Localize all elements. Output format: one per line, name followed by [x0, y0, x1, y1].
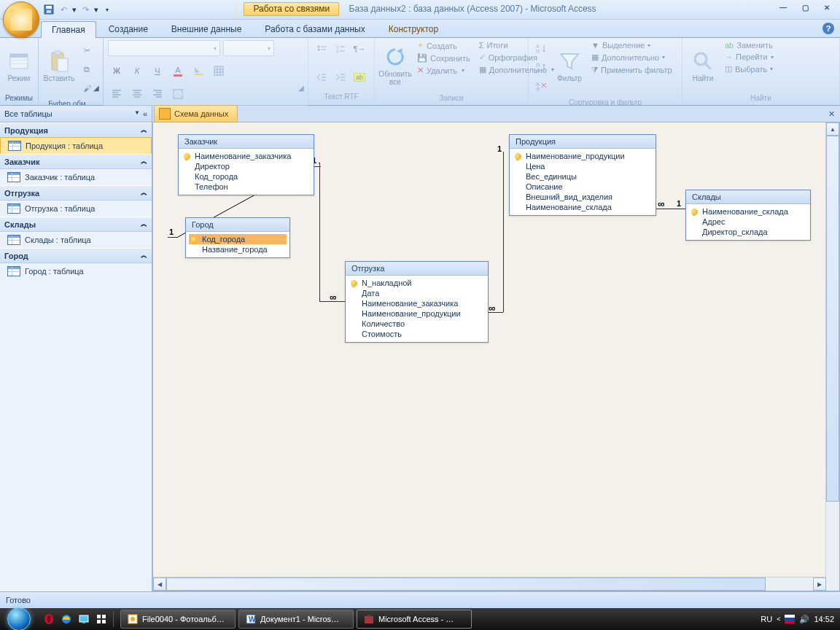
scroll-thumb[interactable]: [166, 578, 766, 591]
collapse-icon[interactable]: ︽: [141, 157, 147, 166]
cut-icon[interactable]: ✂: [78, 42, 96, 59]
field[interactable]: Цена: [513, 161, 653, 171]
maximize-button[interactable]: ▢: [796, 1, 814, 13]
table-header[interactable]: Продукция: [510, 135, 656, 149]
taskbar-app-button[interactable]: File0040 - Фотоальб…: [120, 610, 236, 629]
field[interactable]: Директор: [182, 161, 311, 171]
show-desktop-icon[interactable]: [76, 611, 92, 627]
tab-design[interactable]: Конструктор: [378, 20, 449, 37]
table-header[interactable]: Город: [186, 218, 289, 232]
field[interactable]: Директор_склада: [689, 227, 807, 237]
taskbar-app-button[interactable]: Microsoft Access - …: [357, 610, 472, 629]
field[interactable]: Наименование_заказчика: [182, 151, 311, 161]
nav-group-header[interactable]: Заказчик︽: [0, 154, 152, 169]
undo-icon[interactable]: ↶: [57, 3, 70, 16]
ie-icon[interactable]: [58, 611, 74, 627]
replace-button[interactable]: abЗаменить: [722, 40, 777, 50]
quicklaunch-icon[interactable]: [93, 611, 109, 627]
field[interactable]: Наименование_склада: [689, 206, 807, 217]
bullets-button[interactable]: [313, 40, 330, 58]
nav-dropdown-icon[interactable]: ▼: [134, 109, 140, 118]
undo-dropdown[interactable]: ▾: [71, 3, 77, 16]
collapse-icon[interactable]: ︽: [141, 251, 147, 260]
field[interactable]: Код_города: [189, 234, 287, 244]
font-launcher[interactable]: ◢: [296, 82, 306, 93]
field[interactable]: Внешний_вид_изделия: [513, 192, 653, 202]
field[interactable]: Описание: [513, 182, 653, 192]
vertical-scrollbar[interactable]: ▲ ▼: [825, 122, 839, 591]
numbering-button[interactable]: 12: [332, 40, 349, 58]
tab-external-data[interactable]: Внешние данные: [160, 20, 253, 37]
font-family-combo[interactable]: [108, 40, 220, 56]
save-icon[interactable]: [42, 3, 55, 16]
table-otgruzka[interactable]: Отгрузка N_накладнойДатаНаименование_зак…: [345, 261, 489, 343]
tab-home[interactable]: Главная: [41, 21, 96, 38]
scroll-up-icon[interactable]: ▲: [826, 122, 839, 136]
field[interactable]: Код_города: [182, 171, 311, 182]
tray-flag-icon[interactable]: [785, 615, 795, 623]
decrease-indent-button[interactable]: [313, 69, 330, 86]
underline-button[interactable]: Ч: [149, 62, 166, 79]
table-gorod[interactable]: Город Код_городаНазвание_города: [185, 217, 290, 258]
language-indicator[interactable]: RU: [761, 615, 772, 623]
alt-row-color-button[interactable]: [169, 85, 187, 103]
qat-customize[interactable]: ▾: [101, 3, 114, 16]
selection-filter-button[interactable]: ▼Выделение▾: [588, 40, 675, 50]
field[interactable]: Наименование_продукции: [513, 151, 653, 161]
field[interactable]: Стоимость: [349, 329, 485, 339]
field[interactable]: Телефон: [182, 182, 311, 192]
scroll-thumb[interactable]: [826, 136, 839, 502]
nav-group-header[interactable]: Продукция︽: [0, 122, 152, 138]
nav-item[interactable]: Продукция : таблица: [0, 137, 152, 155]
filter-button[interactable]: Фильтр: [553, 40, 586, 91]
table-header[interactable]: Заказчик: [179, 135, 314, 149]
table-produkcia[interactable]: Продукция Наименование_продукцииЦенаВес_…: [509, 134, 656, 216]
nav-pane-header[interactable]: Все таблицы ▼«: [0, 106, 152, 122]
nav-group-header[interactable]: Отгрузка︽: [0, 185, 152, 201]
table-zakazchik[interactable]: Заказчик Наименование_заказчикаДиректорК…: [178, 134, 314, 195]
scroll-right-icon[interactable]: ▶: [813, 578, 826, 591]
nav-item[interactable]: Склады : таблица: [0, 232, 152, 248]
field[interactable]: Дата: [349, 288, 485, 298]
office-button[interactable]: [3, 1, 39, 38]
save-record-button[interactable]: 💾Сохранить: [414, 52, 473, 63]
redo-icon[interactable]: ↷: [79, 3, 92, 16]
nav-item[interactable]: Заказчик : таблица: [0, 169, 152, 185]
toggle-filter-button[interactable]: ⧩Применить фильтр: [588, 64, 675, 75]
align-right-button[interactable]: [149, 85, 166, 103]
nav-group-header[interactable]: Город︽: [0, 248, 152, 263]
relationships-canvas[interactable]: 1 ∞ 1 1 ∞ ∞ 1 ∞: [152, 122, 840, 591]
doc-tab-relationships[interactable]: Схема данных: [154, 105, 238, 122]
minimize-button[interactable]: —: [774, 1, 792, 13]
align-left-button[interactable]: [108, 85, 125, 103]
collapse-icon[interactable]: ︽: [141, 125, 147, 135]
view-button[interactable]: Режим: [4, 40, 34, 91]
collapse-icon[interactable]: ︽: [141, 188, 147, 198]
field[interactable]: Наименование_продукции: [349, 308, 485, 319]
nav-collapse-icon[interactable]: «: [143, 109, 147, 118]
opera-icon[interactable]: [41, 611, 57, 627]
table-header[interactable]: Склады: [686, 190, 810, 204]
sort-desc-button[interactable]: ЯA: [533, 59, 551, 77]
font-size-combo[interactable]: [223, 40, 274, 56]
copy-icon[interactable]: ⧉: [78, 61, 96, 78]
scroll-left-icon[interactable]: ◀: [153, 578, 166, 591]
sort-asc-button[interactable]: AЯ: [533, 40, 551, 58]
tab-database-tools[interactable]: Работа с базами данных: [254, 20, 376, 37]
bold-button[interactable]: Ж: [108, 62, 125, 79]
nav-group-header[interactable]: Склады︽: [0, 217, 152, 232]
tray-expand-icon[interactable]: <: [777, 615, 780, 623]
ltr-button[interactable]: ¶→: [351, 40, 368, 58]
redo-dropdown[interactable]: ▾: [93, 3, 99, 16]
delete-record-button[interactable]: ✕Удалить▾: [414, 65, 473, 76]
fill-color-button[interactable]: [190, 62, 207, 79]
highlight-button[interactable]: ab: [351, 69, 368, 86]
advanced-filter-button[interactable]: ▦Дополнительно▾: [588, 52, 675, 63]
horizontal-scrollbar[interactable]: ◀ ▶: [153, 577, 826, 591]
align-center-button[interactable]: [128, 85, 146, 103]
taskbar-app-button[interactable]: WДокумент1 - Micros…: [238, 610, 354, 629]
field[interactable]: Наименование_заказчика: [349, 298, 485, 308]
refresh-all-button[interactable]: Обновить все: [379, 40, 411, 91]
tab-create[interactable]: Создание: [98, 20, 159, 37]
paste-button[interactable]: Вставить: [43, 40, 75, 91]
